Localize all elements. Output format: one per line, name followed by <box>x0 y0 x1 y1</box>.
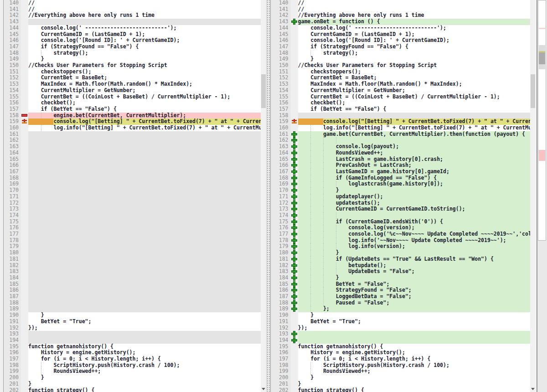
code-line[interactable]: 175 <box>4 219 261 225</box>
code-line[interactable]: 157 if (BetYet == "False") { <box>4 106 261 113</box>
code-line[interactable]: 167 <box>4 169 261 175</box>
code-line[interactable]: 143 <box>4 19 261 25</box>
code-line[interactable]: 187 LoggedBetData = "False"; <box>271 294 530 300</box>
code-line[interactable]: 190 } <box>271 312 530 319</box>
code-line[interactable]: 158 <box>271 113 530 119</box>
code-text-cell[interactable]: RoundsViewed++; <box>298 150 530 156</box>
code-line[interactable]: 145 CurrentGameID = (LastGameID + 1); <box>4 31 261 38</box>
code-line[interactable]: 160 log.info("[Betting] " + CurrentBet.t… <box>4 125 261 131</box>
code-line[interactable]: 194 <box>4 337 261 344</box>
code-text-cell[interactable]: updateplayer(); <box>298 194 530 200</box>
code-line[interactable]: 162 <box>4 137 261 144</box>
code-line[interactable]: 152 CurrentBet = BaseBet; <box>4 75 261 81</box>
code-line[interactable]: 179 log.info(version); <box>271 243 530 250</box>
code-text-cell[interactable]: engine.bet(CurrentBet, CurrentMultiplier… <box>28 113 261 119</box>
code-line[interactable]: 149 } <box>271 56 530 62</box>
code-text-cell[interactable]: function strategy() { <box>298 387 530 392</box>
code-text-cell[interactable]: PrevCashOut = LastCrash; <box>298 162 530 169</box>
code-line[interactable]: 195function getnanohistory() { <box>271 344 530 350</box>
code-text-cell[interactable]: console.log('%c~~Nov~~~~ Update Complete… <box>298 231 530 237</box>
right-pane-code-area[interactable]: 140//141//142//Everything above here onl… <box>271 0 530 392</box>
code-line[interactable]: 170 } <box>271 187 530 194</box>
code-text-cell[interactable] <box>28 306 261 312</box>
code-line[interactable]: 199 RoundsViewed++; <box>4 368 261 375</box>
code-text-cell[interactable]: // <box>298 6 530 13</box>
code-text-cell[interactable]: CurrentGameID = CurrentGameID.toString()… <box>298 206 530 212</box>
code-text-cell[interactable]: log.info("[Betting] " + CurrentBet.toFix… <box>298 125 530 131</box>
code-line[interactable]: 171 updateplayer(); <box>271 194 530 200</box>
code-line[interactable]: 193 <box>4 331 261 337</box>
code-text-cell[interactable]: console.log('[Round ID]: ' + CurrentGame… <box>298 37 530 44</box>
code-text-cell[interactable]: strategy(); <box>298 50 530 57</box>
code-text-cell[interactable] <box>28 281 261 288</box>
code-text-cell[interactable]: //Everything above here only runs 1 time <box>28 12 261 19</box>
code-line[interactable]: 147 if (StrategyFound == "False") { <box>271 44 530 50</box>
code-text-cell[interactable] <box>28 212 261 219</box>
code-text-cell[interactable]: console.log(version); <box>298 225 530 231</box>
code-line[interactable]: 198 ScriptHistory.push(History.crash / 1… <box>4 362 261 369</box>
code-line[interactable]: 173 <box>4 206 261 212</box>
code-text-cell[interactable] <box>28 144 261 150</box>
code-text-cell[interactable] <box>28 275 261 281</box>
code-line[interactable]: 202function strategy() { <box>271 387 530 392</box>
code-text-cell[interactable]: // <box>28 0 261 6</box>
code-line[interactable]: 201} <box>271 381 530 387</box>
code-text-cell[interactable]: } <box>298 381 530 387</box>
code-text-cell[interactable]: function getnanohistory() { <box>298 344 530 350</box>
code-line[interactable]: 163 <box>4 144 261 150</box>
code-text-cell[interactable] <box>28 175 261 181</box>
code-line[interactable]: 178 log.info('~~Nov~~~~ Update Completed… <box>271 237 530 244</box>
code-line[interactable]: 174 <box>4 212 261 219</box>
code-text-cell[interactable]: } <box>298 56 530 62</box>
code-text-cell[interactable]: CurrentBet = ((CoinLost + BaseBet) / Cur… <box>298 94 530 100</box>
code-text-cell[interactable]: ScriptHistory.push(History.crash / 100); <box>298 362 530 369</box>
code-line[interactable]: 150//Checks User Parameters for Stopping… <box>4 62 261 69</box>
code-line[interactable]: 191 BetYet = "True"; <box>4 319 261 325</box>
code-line[interactable]: 161 <box>4 131 261 138</box>
code-line[interactable]: 175 if (CurrentGameID.endsWith('0')) { <box>271 219 530 225</box>
pane-splitter[interactable] <box>266 0 271 392</box>
code-text-cell[interactable]: } <box>298 250 530 256</box>
code-line[interactable]: 141// <box>4 6 261 13</box>
code-text-cell[interactable]: //Everything above here only runs 1 time <box>298 12 530 19</box>
code-text-cell[interactable] <box>28 231 261 237</box>
code-text-cell[interactable]: } <box>28 56 261 62</box>
code-text-cell[interactable]: if (CurrentGameID.endsWith('0')) { <box>298 219 530 225</box>
code-line[interactable]: 183 <box>4 268 261 275</box>
code-text-cell[interactable] <box>28 219 261 225</box>
code-text-cell[interactable]: updatestats(); <box>298 200 530 206</box>
diff-navigation-panel[interactable] <box>538 0 546 241</box>
code-line[interactable]: 165 <box>4 156 261 163</box>
code-text-cell[interactable]: RoundsViewed++; <box>298 368 530 375</box>
code-line[interactable]: 193 <box>271 331 530 337</box>
code-line[interactable]: 158 engine.bet(CurrentBet, CurrentMultip… <box>4 113 261 119</box>
code-line[interactable]: 155 CurrentBet = ((CoinLost + BaseBet) /… <box>271 94 530 100</box>
code-text-cell[interactable]: if (BetYet == "False") { <box>298 106 530 113</box>
code-text-cell[interactable] <box>28 187 261 194</box>
code-text-cell[interactable]: CurrentBet = BaseBet; <box>298 75 530 81</box>
code-text-cell[interactable]: } <box>298 312 530 319</box>
code-text-cell[interactable] <box>28 137 261 144</box>
right-scrollbar-thumb[interactable] <box>531 74 535 108</box>
code-text-cell[interactable]: log.info(version); <box>298 243 530 250</box>
code-line[interactable]: 181 if (UpdateBets == "True" && LastResu… <box>271 256 530 263</box>
code-text-cell[interactable] <box>28 206 261 212</box>
code-line[interactable]: 143game.onBet = function () { <box>271 19 530 25</box>
code-line[interactable]: 150//Checks User Parameters for Stopping… <box>271 62 530 69</box>
code-text-cell[interactable]: //Checks User Parameters for Stopping Sc… <box>298 62 530 69</box>
code-line[interactable]: 164 RoundsViewed++; <box>271 150 530 156</box>
code-line[interactable]: 176 console.log(version); <box>271 225 530 231</box>
code-line[interactable]: 157 if (BetYet == "False") { <box>271 106 530 113</box>
right-scrollbar[interactable] <box>530 0 536 392</box>
code-line[interactable]: 190 } <box>4 312 261 319</box>
code-line[interactable]: 174 <box>271 212 530 219</box>
code-text-cell[interactable]: CurrentGameID = (LastGameID + 1); <box>28 31 261 38</box>
code-line[interactable]: 154 CurrentMultiplier = GetNumber; <box>271 88 530 94</box>
code-text-cell[interactable]: UpdateBets = "False"; <box>298 268 530 275</box>
code-text-cell[interactable]: } <box>298 375 530 381</box>
code-line[interactable]: 194 <box>271 337 530 344</box>
code-line[interactable]: 154 CurrentMultiplier = GetNumber; <box>4 88 261 94</box>
code-text-cell[interactable]: loglastcrash(game.history[0]); <box>298 181 530 187</box>
code-text-cell[interactable]: for (i = 0; i < History.length; i++) { <box>28 356 261 362</box>
code-text-cell[interactable]: BetYet = "True"; <box>298 319 530 325</box>
